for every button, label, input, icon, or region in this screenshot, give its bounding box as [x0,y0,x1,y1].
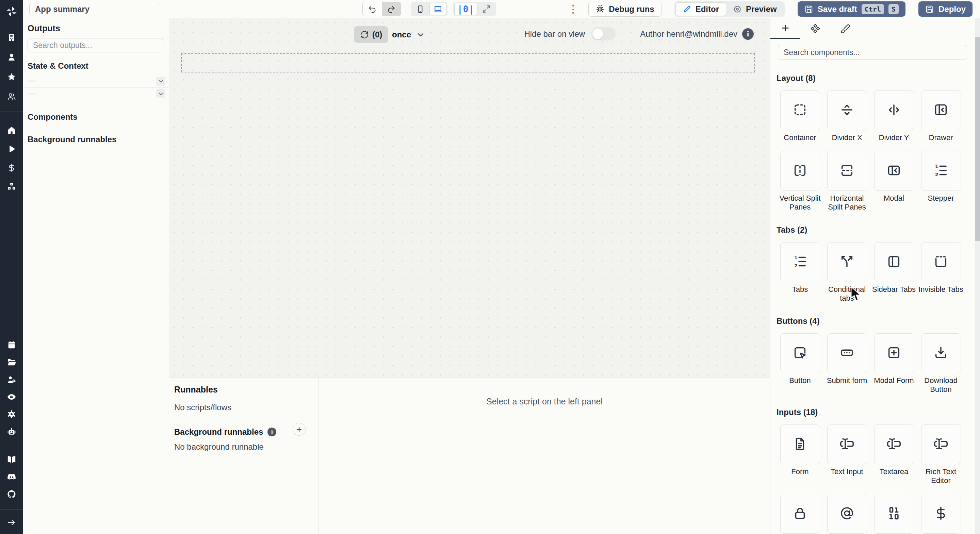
eye-icon[interactable] [5,390,18,404]
author-label: Author henri@windmill.dev [640,29,737,39]
component-card-download-button[interactable] [921,333,961,373]
component-card-email-input[interactable] [827,494,867,534]
deploy-button[interactable]: Deploy [918,2,972,17]
password-icon [792,505,808,523]
info-icon[interactable]: i [742,28,754,40]
debug-runs-button[interactable]: Debug runs [588,2,661,17]
component-card-submit-form[interactable] [827,333,867,373]
tab-editor[interactable]: Editor [675,2,726,16]
component-label: Rich Text Editor [917,467,964,485]
component-card-textarea[interactable] [874,424,914,464]
context-key[interactable] [27,93,36,95]
component-card-number[interactable] [874,494,914,534]
app-canvas[interactable]: (0) once Hide bar on view Author henri@w… [169,18,770,378]
user-icon[interactable] [5,50,18,64]
app-summary-input[interactable] [29,3,159,15]
mobile-view-button[interactable] [412,3,429,15]
svg-text:1: 1 [935,163,939,169]
component-label: Modal [884,194,904,203]
component-card-divider-y[interactable] [874,91,914,130]
dollar-icon[interactable] [5,161,18,175]
more-menu-button[interactable]: ⋮ [568,4,576,14]
calendar-icon[interactable] [5,338,18,352]
windmill-logo[interactable] [5,5,18,18]
star-icon[interactable] [5,70,18,84]
refresh-button[interactable]: (0) [354,26,388,43]
component-card-password[interactable] [780,494,820,534]
runnables-title: Runnables [174,385,310,394]
bug-icon [595,5,605,14]
context-row-state[interactable] [23,87,169,100]
component-card-container[interactable] [780,91,820,130]
github-icon[interactable] [5,487,18,501]
robot-icon[interactable] [5,425,18,439]
tab-component-settings[interactable] [800,18,830,39]
component-drop-placeholder[interactable] [181,53,755,72]
undo-button[interactable] [363,2,382,16]
align-group: |0| [453,2,496,16]
component-card-button[interactable] [780,333,820,373]
canvas-topright: Hide bar on view Author henri@windmill.d… [524,27,754,40]
topbar: |0| ⋮ Debug runs Editor Preview Save dra… [23,0,980,18]
editor-preview-toggle: Editor Preview [675,2,785,17]
fullscreen-button[interactable] [478,3,495,15]
context-key[interactable] [27,80,36,82]
desktop-view-button[interactable] [430,3,447,15]
components-scrollbar-track[interactable] [975,18,980,534]
interval-select[interactable]: once [392,26,425,43]
component-icon [810,24,821,34]
play-icon[interactable] [5,142,18,156]
building-icon[interactable] [5,30,18,44]
component-card-stepper[interactable]: 12 [921,151,961,191]
component-item-sidebar-tabs: Sidebar Tabs [870,242,917,303]
home-icon[interactable] [5,124,18,137]
component-card-sidebar-tabs[interactable] [874,242,914,282]
folder-open-icon[interactable] [5,356,18,369]
component-card-conditional-tabs[interactable] [827,242,867,282]
redo-button[interactable] [382,2,401,16]
context-row-ctx[interactable] [23,75,169,87]
component-card-modal-form[interactable] [874,333,914,373]
section-title: Tabs (2) [776,225,980,235]
components-scrollbar-thumb[interactable] [975,37,980,241]
arrow-right-icon[interactable] [5,516,18,529]
search-outputs-input[interactable] [27,38,164,52]
chevron-down-icon[interactable] [156,89,165,98]
component-item-vertical-split-panes: Vertical Split Panes [776,151,824,211]
search-components-input[interactable] [778,45,967,60]
component-card-vertical-split-panes[interactable] [780,151,820,191]
chevron-down-icon[interactable] [156,77,165,86]
component-card-divider-x[interactable] [827,91,867,130]
refresh-icon [360,30,369,39]
tab-insert-component[interactable]: + [770,18,800,39]
gear-icon[interactable] [5,407,18,421]
discord-icon[interactable] [5,470,18,484]
center-align-button[interactable]: |0| [454,3,477,15]
add-background-runnable-button[interactable]: + [293,423,305,436]
component-card-text-input[interactable] [827,424,867,464]
save-draft-button[interactable]: Save draft Ctrl S [798,2,905,17]
component-card-currency[interactable] [921,494,961,534]
component-card-drawer[interactable] [921,91,961,130]
submit-form-icon [839,345,855,362]
number-icon [886,505,902,523]
boxes-icon[interactable] [5,180,18,193]
user-cog-icon[interactable] [5,373,18,386]
hide-bar-toggle[interactable] [591,27,616,40]
book-icon[interactable] [5,453,18,466]
component-item-download-button: Download Button [917,333,964,394]
component-card-modal[interactable] [874,151,914,191]
component-card-rich-text-editor[interactable] [921,424,961,464]
component-label: Stepper [928,194,954,203]
component-label: Divider Y [879,134,909,142]
component-card-form[interactable] [780,424,820,464]
users-icon[interactable] [5,90,18,103]
component-item-number: Number [870,494,917,534]
phone-icon [416,5,425,14]
tab-preview[interactable]: Preview [726,2,784,16]
tab-global-styling[interactable] [830,18,860,39]
background-info-icon[interactable]: i [267,428,276,436]
component-card-horizontal-split-panes[interactable] [827,151,867,191]
component-card-tabs[interactable]: 12 [780,242,820,282]
component-card-invisible-tabs[interactable] [921,242,961,282]
